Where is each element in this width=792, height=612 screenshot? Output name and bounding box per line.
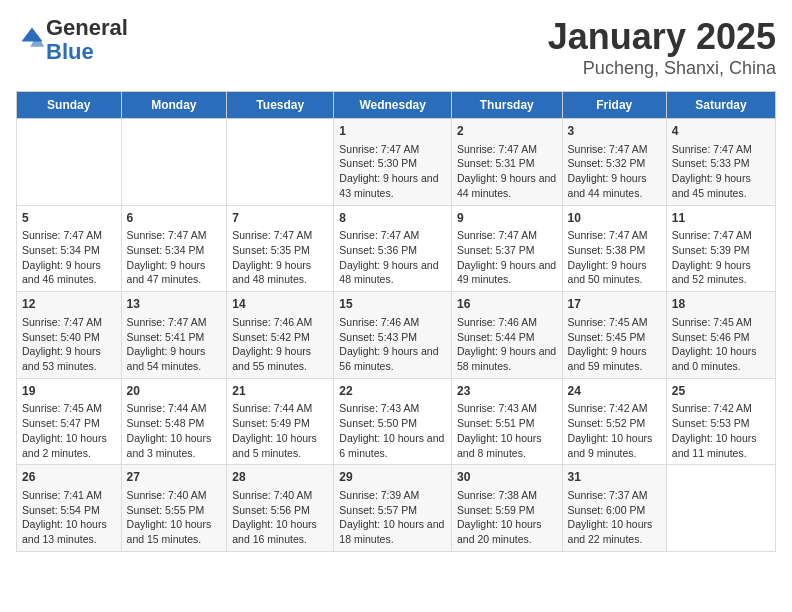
day-number: 27 — [127, 469, 222, 486]
calendar-cell: 18Sunrise: 7:45 AMSunset: 5:46 PMDayligh… — [666, 292, 775, 379]
calendar-cell: 11Sunrise: 7:47 AMSunset: 5:39 PMDayligh… — [666, 205, 775, 292]
calendar-cell: 28Sunrise: 7:40 AMSunset: 5:56 PMDayligh… — [227, 465, 334, 552]
day-number: 4 — [672, 123, 770, 140]
calendar-cell: 21Sunrise: 7:44 AMSunset: 5:49 PMDayligh… — [227, 378, 334, 465]
calendar-cell: 26Sunrise: 7:41 AMSunset: 5:54 PMDayligh… — [17, 465, 122, 552]
calendar-header: SundayMondayTuesdayWednesdayThursdayFrid… — [17, 92, 776, 119]
calendar-cell: 14Sunrise: 7:46 AMSunset: 5:42 PMDayligh… — [227, 292, 334, 379]
calendar-cell — [666, 465, 775, 552]
title-block: January 2025 Pucheng, Shanxi, China — [548, 16, 776, 79]
day-number: 14 — [232, 296, 328, 313]
page-header: General Blue January 2025 Pucheng, Shanx… — [16, 16, 776, 79]
day-number: 29 — [339, 469, 446, 486]
day-header-sunday: Sunday — [17, 92, 122, 119]
day-number: 2 — [457, 123, 557, 140]
calendar-week-5: 26Sunrise: 7:41 AMSunset: 5:54 PMDayligh… — [17, 465, 776, 552]
calendar-cell: 6Sunrise: 7:47 AMSunset: 5:34 PMDaylight… — [121, 205, 227, 292]
calendar-cell — [17, 119, 122, 206]
day-number: 1 — [339, 123, 446, 140]
calendar-cell: 31Sunrise: 7:37 AMSunset: 6:00 PMDayligh… — [562, 465, 666, 552]
calendar-week-4: 19Sunrise: 7:45 AMSunset: 5:47 PMDayligh… — [17, 378, 776, 465]
day-header-saturday: Saturday — [666, 92, 775, 119]
day-number: 19 — [22, 383, 116, 400]
calendar-cell: 16Sunrise: 7:46 AMSunset: 5:44 PMDayligh… — [451, 292, 562, 379]
calendar-title: January 2025 — [548, 16, 776, 58]
calendar-cell: 12Sunrise: 7:47 AMSunset: 5:40 PMDayligh… — [17, 292, 122, 379]
calendar-week-2: 5Sunrise: 7:47 AMSunset: 5:34 PMDaylight… — [17, 205, 776, 292]
calendar-cell: 10Sunrise: 7:47 AMSunset: 5:38 PMDayligh… — [562, 205, 666, 292]
day-number: 24 — [568, 383, 661, 400]
calendar-week-3: 12Sunrise: 7:47 AMSunset: 5:40 PMDayligh… — [17, 292, 776, 379]
calendar-cell — [227, 119, 334, 206]
day-number: 8 — [339, 210, 446, 227]
day-number: 30 — [457, 469, 557, 486]
calendar-body: 1Sunrise: 7:47 AMSunset: 5:30 PMDaylight… — [17, 119, 776, 552]
day-number: 13 — [127, 296, 222, 313]
calendar-cell: 24Sunrise: 7:42 AMSunset: 5:52 PMDayligh… — [562, 378, 666, 465]
calendar-cell: 8Sunrise: 7:47 AMSunset: 5:36 PMDaylight… — [334, 205, 452, 292]
day-number: 12 — [22, 296, 116, 313]
day-number: 9 — [457, 210, 557, 227]
day-number: 18 — [672, 296, 770, 313]
calendar-cell: 30Sunrise: 7:38 AMSunset: 5:59 PMDayligh… — [451, 465, 562, 552]
calendar-cell: 22Sunrise: 7:43 AMSunset: 5:50 PMDayligh… — [334, 378, 452, 465]
day-number: 7 — [232, 210, 328, 227]
calendar-cell: 4Sunrise: 7:47 AMSunset: 5:33 PMDaylight… — [666, 119, 775, 206]
logo-blue-text: Blue — [46, 39, 94, 64]
calendar-cell: 13Sunrise: 7:47 AMSunset: 5:41 PMDayligh… — [121, 292, 227, 379]
calendar-cell: 27Sunrise: 7:40 AMSunset: 5:55 PMDayligh… — [121, 465, 227, 552]
day-number: 22 — [339, 383, 446, 400]
day-number: 5 — [22, 210, 116, 227]
calendar-cell: 17Sunrise: 7:45 AMSunset: 5:45 PMDayligh… — [562, 292, 666, 379]
calendar-cell: 15Sunrise: 7:46 AMSunset: 5:43 PMDayligh… — [334, 292, 452, 379]
calendar-cell: 9Sunrise: 7:47 AMSunset: 5:37 PMDaylight… — [451, 205, 562, 292]
calendar-cell: 25Sunrise: 7:42 AMSunset: 5:53 PMDayligh… — [666, 378, 775, 465]
calendar-cell: 2Sunrise: 7:47 AMSunset: 5:31 PMDaylight… — [451, 119, 562, 206]
day-header-tuesday: Tuesday — [227, 92, 334, 119]
calendar-cell: 7Sunrise: 7:47 AMSunset: 5:35 PMDaylight… — [227, 205, 334, 292]
days-row: SundayMondayTuesdayWednesdayThursdayFrid… — [17, 92, 776, 119]
day-number: 20 — [127, 383, 222, 400]
logo: General Blue — [16, 16, 128, 64]
logo-icon — [18, 24, 46, 52]
calendar-subtitle: Pucheng, Shanxi, China — [548, 58, 776, 79]
calendar-cell: 5Sunrise: 7:47 AMSunset: 5:34 PMDaylight… — [17, 205, 122, 292]
calendar-week-1: 1Sunrise: 7:47 AMSunset: 5:30 PMDaylight… — [17, 119, 776, 206]
calendar-cell — [121, 119, 227, 206]
day-number: 26 — [22, 469, 116, 486]
calendar-cell: 20Sunrise: 7:44 AMSunset: 5:48 PMDayligh… — [121, 378, 227, 465]
calendar-cell: 19Sunrise: 7:45 AMSunset: 5:47 PMDayligh… — [17, 378, 122, 465]
day-header-monday: Monday — [121, 92, 227, 119]
calendar-cell: 3Sunrise: 7:47 AMSunset: 5:32 PMDaylight… — [562, 119, 666, 206]
calendar-cell: 23Sunrise: 7:43 AMSunset: 5:51 PMDayligh… — [451, 378, 562, 465]
calendar-cell: 29Sunrise: 7:39 AMSunset: 5:57 PMDayligh… — [334, 465, 452, 552]
calendar-table: SundayMondayTuesdayWednesdayThursdayFrid… — [16, 91, 776, 552]
calendar-cell: 1Sunrise: 7:47 AMSunset: 5:30 PMDaylight… — [334, 119, 452, 206]
logo-general-text: General — [46, 15, 128, 40]
day-number: 17 — [568, 296, 661, 313]
day-header-wednesday: Wednesday — [334, 92, 452, 119]
day-number: 3 — [568, 123, 661, 140]
day-header-friday: Friday — [562, 92, 666, 119]
day-header-thursday: Thursday — [451, 92, 562, 119]
day-number: 21 — [232, 383, 328, 400]
day-number: 11 — [672, 210, 770, 227]
day-number: 23 — [457, 383, 557, 400]
day-number: 15 — [339, 296, 446, 313]
day-number: 25 — [672, 383, 770, 400]
day-number: 28 — [232, 469, 328, 486]
day-number: 10 — [568, 210, 661, 227]
day-number: 16 — [457, 296, 557, 313]
day-number: 31 — [568, 469, 661, 486]
day-number: 6 — [127, 210, 222, 227]
